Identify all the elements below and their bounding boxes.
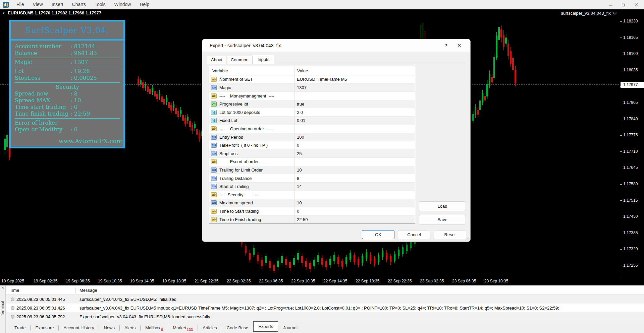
panel-row-label: Balance (15, 50, 70, 57)
dialog-close-icon[interactable]: ✕ (453, 43, 466, 49)
param-value[interactable]: 10 (294, 200, 302, 205)
param-value[interactable]: 25 (294, 151, 302, 156)
param-row[interactable]: abTime to Finish trading22:59 (209, 215, 415, 223)
restore-icon[interactable] (621, 3, 626, 7)
param-value[interactable]: 8 (294, 176, 299, 181)
menu-view[interactable]: View (29, 0, 47, 9)
12-type-icon: ½ (211, 110, 217, 115)
terminal-tab-mailbox[interactable]: Mailbox6 (141, 324, 168, 332)
param-value[interactable]: 10 (294, 168, 302, 173)
log-row: 2025.09.23 06:05:01.445surfscalper_v3.04… (6, 295, 644, 304)
panel-row: StopLoss: 0.00025 (15, 75, 120, 81)
param-value[interactable]: 1307 (294, 85, 307, 90)
param-row[interactable]: Progressive lottrue (209, 100, 415, 109)
panel-row-value: : 9641.83 (70, 50, 97, 57)
cancel-button[interactable]: Cancel (398, 230, 430, 239)
chart-dropdown-arrow-icon[interactable]: ▼ (2, 12, 5, 15)
terminal-tab-code-base[interactable]: Code Base (222, 324, 253, 332)
tab-inputs[interactable]: Inputs (253, 55, 274, 64)
terminal-tab-journal[interactable]: Journal (278, 324, 302, 332)
terminal-tab-experts[interactable]: Experts (253, 321, 278, 332)
param-row[interactable]: 123StopLoss25 (209, 149, 415, 158)
param-value[interactable]: EURUSD TimeFrame M5 (294, 77, 347, 82)
param-value[interactable]: 100 (294, 135, 304, 140)
ea-name: surfscalper_v3.04.043_fix (561, 11, 611, 16)
table-column-divider[interactable] (294, 66, 294, 223)
log-bullet-icon (11, 315, 14, 319)
param-value[interactable]: 0.01 (294, 118, 305, 123)
dialog-titlebar[interactable]: Expert - surfscalper_v3.04.043_fix ? ✕ (202, 39, 470, 52)
time-axis[interactable]: 18 Sep 202519 Sep 02:3519 Sep 06:3519 Se… (0, 277, 644, 285)
terminal-close-icon[interactable]: × (0, 286, 5, 290)
param-row[interactable]: 123Magic1307 (209, 84, 415, 92)
param-row[interactable]: 123Trailing for Limit Order10 (209, 166, 415, 175)
param-value[interactable]: 0 (294, 209, 299, 214)
param-row[interactable]: ½Lot for 1000 deposits2.0 (209, 108, 415, 117)
save-button[interactable]: Save (419, 215, 466, 224)
terminal-log-header: Time Message (6, 286, 644, 295)
time-label: 21 Sep 22:35 (195, 279, 218, 283)
ok-button[interactable]: OK (362, 230, 394, 239)
minimize-icon[interactable] (608, 3, 613, 7)
123-type-icon: 123 (211, 85, 217, 90)
terminal-tab-articles[interactable]: Articles (198, 324, 222, 332)
terminal-tab-alerts[interactable]: Alerts (120, 324, 140, 332)
menu-insert[interactable]: Insert (47, 0, 68, 9)
terminal-tab-trade[interactable]: Trade (10, 324, 30, 332)
tab-about[interactable]: About (207, 56, 226, 64)
panel-row-value: : 19.28 (70, 68, 90, 75)
menu-tools[interactable]: Tools (90, 0, 110, 9)
param-name: ---- Moneymanagment ---- (219, 93, 294, 98)
menu-charts[interactable]: Charts (68, 0, 90, 9)
dialog-resize-grip[interactable] (465, 237, 469, 241)
param-row[interactable]: ab---- Opening an order ---- (209, 125, 415, 133)
price-label: 1.17710 (623, 149, 638, 154)
param-row[interactable]: ½Fixed Lot0.01 (209, 117, 415, 125)
menu-window[interactable]: Window (110, 0, 136, 9)
param-value[interactable]: 14 (294, 184, 302, 189)
param-row[interactable]: 123Maximum spread10 (209, 199, 415, 207)
close-icon[interactable] (634, 3, 639, 7)
param-row[interactable]: 123Trailing Distance8 (209, 174, 415, 183)
time-label: 18 Sep 2025 (1, 279, 24, 283)
terminal-tab-exposure[interactable]: Exposure (31, 324, 58, 332)
param-value[interactable]: 0 (294, 143, 299, 148)
log-message: Expert surfscalper_v3.04.043_fix EURUSD,… (79, 314, 210, 319)
price-tick (620, 200, 622, 201)
param-value[interactable]: 2.0 (294, 110, 303, 115)
window-controls (608, 3, 644, 7)
log-bullet-icon (11, 297, 14, 301)
param-row[interactable]: abÑomment of SETEURUSD TimeFrame M5 (209, 75, 415, 84)
dialog-help-icon[interactable]: ? (439, 43, 453, 48)
time-label: 19 Sep 18:35 (162, 279, 186, 283)
param-row[interactable]: ab---- Escort of order ---- (209, 158, 415, 166)
dialog-title: Expert - surfscalper_v3.04.043_fix (210, 43, 281, 48)
terminal-tab-account-history[interactable]: Account History (59, 324, 99, 332)
ea-active-smiley-icon[interactable]: ☺ (612, 10, 617, 15)
menu-file[interactable]: File (12, 0, 29, 9)
terminal-tab-market[interactable]: Market133 (168, 324, 198, 332)
log-message: surfscalper_v3.04.043_fix EURUSD,M5: ini… (79, 297, 176, 302)
panel-row-label: Time finish trading (15, 111, 70, 117)
param-row[interactable]: ab---- Security ---- (209, 191, 415, 199)
param-row[interactable]: abTime to Start trading0 (209, 207, 415, 216)
panel-row: Time finish trading: 22:59 (15, 111, 120, 117)
terminal-tab-news[interactable]: News (99, 324, 119, 332)
param-row[interactable]: 123Entry Period100 (209, 133, 415, 141)
menu-help[interactable]: Help (135, 0, 154, 9)
param-row[interactable]: 123Start of Trailing14 (209, 183, 415, 191)
chart-symbol-quotes: EURUSD,M5 1.17970 1.17982 1.17968 1.1797… (8, 10, 101, 15)
param-row[interactable]: ab---- Moneymanagment ---- (209, 92, 415, 100)
panel-row: Lot: 19.28 (15, 68, 120, 75)
reset-button[interactable]: Reset (434, 230, 466, 239)
surfscalper-info-panel: SurfScalper V3.04. Account number: 81214… (9, 20, 125, 148)
price-axis[interactable]: 1.182301.181651.181001.180351.179701.179… (620, 9, 644, 277)
tab-common[interactable]: Common (227, 56, 253, 64)
panel-row: Account number: 812144 (15, 43, 120, 50)
param-value[interactable]: true (294, 102, 304, 107)
panel-row-label: Time start trading (15, 104, 70, 111)
load-button[interactable]: Load (419, 201, 466, 211)
current-price-label: 1.17977 (621, 82, 644, 88)
param-row[interactable]: 123TakeProfit ( if 0 - no TP )0 (209, 141, 415, 150)
param-value[interactable]: 22:59 (294, 217, 308, 222)
